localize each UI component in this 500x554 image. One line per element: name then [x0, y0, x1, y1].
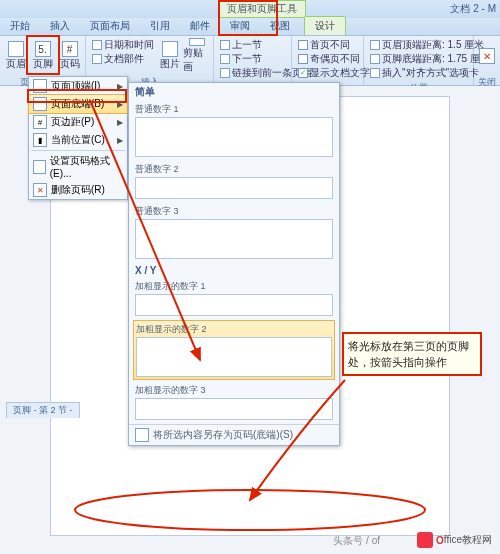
tab-reference[interactable]: 引用	[140, 17, 180, 35]
footer-dist-label: 页脚底端距离:	[382, 52, 445, 66]
doc-title: 文档 2 - M	[450, 2, 496, 16]
pagenum-button[interactable]: #页码	[56, 38, 83, 74]
header-button[interactable]: 页眉	[2, 38, 29, 74]
opt-firstpage-label: 首页不同	[310, 38, 350, 52]
prev-section-label: 上一节	[232, 38, 262, 52]
picture-label: 图片	[160, 57, 180, 71]
group-pos-label: 位置	[364, 82, 473, 86]
datetime-label: 日期和时间	[104, 38, 154, 52]
tab-layout[interactable]: 页面布局	[80, 17, 140, 35]
submenu-arrow-icon: ▶	[117, 82, 123, 87]
tab-view[interactable]: 视图	[260, 17, 300, 35]
header-label: 页眉	[6, 57, 26, 71]
context-tab-title: 页眉和页脚工具	[218, 0, 306, 18]
menu-page-top[interactable]: 页面顶端(I)▶	[29, 77, 127, 86]
opt-firstpage[interactable]: 首页不同	[294, 38, 374, 52]
picture-button[interactable]: 图片	[158, 38, 183, 74]
pagenum-menu: 页面顶端(I)▶ 页面底端(B)▶ #页边距(P)▶ ▮当前位置(C)▶ 设置页…	[28, 76, 128, 86]
header-dist-label: 页眉顶端距离:	[382, 38, 445, 52]
parts-label: 文档部件	[104, 52, 144, 66]
opt-showtext[interactable]: ✓显示文档文字	[294, 66, 374, 80]
pagenum-gallery: 简单 普通数字 1 普通数字 2 普通数字 3 X / Y 加粗显示的数字 1 …	[128, 82, 340, 86]
tab-home[interactable]: 开始	[0, 17, 40, 35]
footer-button[interactable]: 5.页脚	[29, 38, 56, 74]
clipart-button[interactable]: 剪贴画	[183, 38, 211, 74]
align-tab-label: 插入"对齐方式"选项卡	[382, 66, 479, 80]
gallery-section-simple: 简单	[129, 83, 339, 86]
menu-page-top-label: 页面顶端(I)	[51, 79, 100, 86]
footer-label: 页脚	[33, 57, 53, 71]
opt-oddeven-label: 奇偶页不同	[310, 52, 360, 66]
opt-showtext-label: 显示文档文字	[310, 66, 370, 80]
datetime-button[interactable]: 日期和时间	[88, 38, 158, 52]
next-section-label: 下一节	[232, 52, 262, 66]
tab-design[interactable]: 设计	[304, 16, 346, 35]
group-close-label: 关闭	[474, 76, 500, 86]
parts-button[interactable]: 文档部件	[88, 52, 158, 66]
tab-review[interactable]: 审阅	[220, 17, 260, 35]
tab-mail[interactable]: 邮件	[180, 17, 220, 35]
close-hf-button[interactable]: ✕	[476, 38, 498, 74]
pagenum-label: 页码	[60, 57, 80, 71]
opt-oddeven[interactable]: 奇偶页不同	[294, 52, 374, 66]
tab-insert[interactable]: 插入	[40, 17, 80, 35]
ribbon-tabs: 开始 插入 页面布局 引用 邮件 审阅 视图 设计	[0, 18, 500, 36]
clipart-label: 剪贴画	[183, 46, 211, 74]
